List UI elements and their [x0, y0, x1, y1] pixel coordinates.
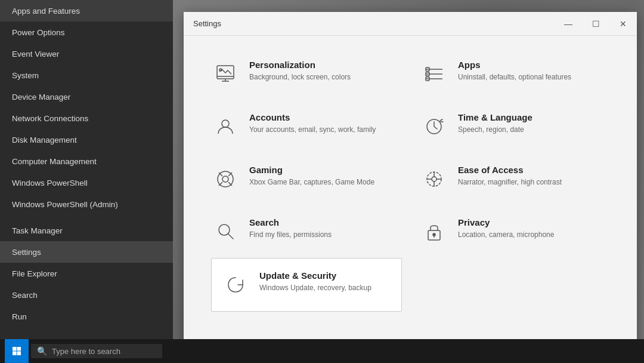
settings-item-apps[interactable]: Apps Uninstall, defaults, optional featu… [410, 48, 619, 100]
settings-item-update-security[interactable]: Update & Security Windows Update, recove… [211, 258, 402, 312]
title-bar: Settings — ☐ ✕ [184, 12, 637, 36]
menu-item-task-manager[interactable]: Task Manager [0, 220, 173, 241]
taskbar-search-icon: 🔍 [37, 346, 47, 356]
menu-item-power-options[interactable]: Power Options [0, 21, 173, 43]
update-security-text: Update & Security Windows Update, recove… [259, 270, 371, 293]
settings-content: Personalization Background, lock screen,… [184, 36, 637, 352]
apps-text: Apps Uninstall, defaults, optional featu… [458, 60, 571, 82]
svg-line-19 [228, 234, 233, 239]
svg-point-13 [432, 177, 436, 182]
svg-point-18 [219, 224, 230, 235]
menu-item-windows-powershell[interactable]: Windows PowerShell [0, 172, 173, 193]
accounts-text: Accounts Your accounts, email, sync, wor… [249, 112, 376, 135]
svg-rect-26 [17, 352, 21, 356]
search-settings-icon [211, 217, 240, 246]
apps-icon [420, 60, 448, 88]
menu-item-network-connections[interactable]: Network Connections [0, 107, 173, 129]
svg-point-21 [433, 233, 435, 236]
menu-item-computer-management[interactable]: Computer Management [0, 150, 173, 172]
settings-grid: Personalization Background, lock screen,… [202, 48, 619, 258]
title-bar-controls: — ☐ ✕ [555, 12, 637, 35]
menu-item-system[interactable]: System [0, 64, 173, 86]
minimize-button[interactable]: — [555, 12, 582, 36]
personalization-icon [211, 60, 240, 88]
personalization-text: Personalization Background, lock screen,… [249, 60, 351, 82]
svg-point-11 [222, 176, 228, 182]
taskbar: 🔍 Type here to search [0, 339, 644, 363]
settings-item-gaming[interactable]: Gaming Xbox Game Bar, captures, Game Mod… [202, 153, 410, 205]
menu-item-settings[interactable]: Settings [0, 241, 173, 263]
windows-icon [12, 346, 21, 356]
svg-rect-24 [17, 347, 21, 351]
svg-rect-25 [13, 352, 17, 356]
start-button[interactable] [5, 339, 29, 363]
privacy-icon [420, 217, 448, 246]
menu-item-event-viewer[interactable]: Event Viewer [0, 43, 173, 64]
svg-rect-23 [13, 347, 17, 351]
accounts-icon [211, 112, 240, 141]
settings-item-time-language[interactable]: Time & Language Speech, region, date [410, 100, 619, 153]
menu-item-apps-and-features[interactable]: Apps and Features [0, 0, 173, 21]
settings-item-privacy[interactable]: Privacy Location, camera, microphone [410, 205, 619, 258]
gaming-icon [211, 165, 240, 193]
context-menu: Apps and Features Power Options Event Vi… [0, 0, 173, 363]
close-button[interactable]: ✕ [609, 12, 637, 36]
time-language-icon [420, 112, 448, 141]
menu-item-file-explorer[interactable]: File Explorer [0, 263, 173, 284]
svg-point-8 [222, 120, 229, 127]
taskbar-search[interactable]: 🔍 Type here to search [31, 344, 162, 358]
settings-item-personalization[interactable]: Personalization Background, lock screen,… [202, 48, 410, 100]
menu-item-search[interactable]: Search [0, 284, 173, 306]
menu-item-windows-powershell-admin[interactable]: Windows PowerShell (Admin) [0, 193, 173, 215]
settings-item-search[interactable]: Search Find my files, permissions [202, 205, 410, 258]
time-language-text: Time & Language Speech, region, date [458, 112, 532, 135]
settings-item-ease-of-access[interactable]: Ease of Access Narrator, magnifier, high… [410, 153, 619, 205]
taskbar-search-text: Type here to search [52, 347, 120, 356]
privacy-text: Privacy Location, camera, microphone [458, 217, 554, 240]
ease-of-access-text: Ease of Access Narrator, magnifier, high… [458, 165, 562, 187]
settings-window: Settings — ☐ ✕ [184, 12, 637, 352]
update-security-icon [221, 270, 250, 299]
maximize-button[interactable]: ☐ [582, 12, 609, 36]
menu-item-run[interactable]: Run [0, 306, 173, 327]
search-settings-text: Search Find my files, permissions [249, 217, 332, 240]
menu-item-device-manager[interactable]: Device Manager [0, 86, 173, 107]
menu-item-disk-management[interactable]: Disk Management [0, 129, 173, 150]
settings-item-accounts[interactable]: Accounts Your accounts, email, sync, wor… [202, 100, 410, 153]
gaming-text: Gaming Xbox Game Bar, captures, Game Mod… [249, 165, 374, 187]
ease-of-access-icon [420, 165, 448, 193]
window-title: Settings [193, 19, 221, 28]
